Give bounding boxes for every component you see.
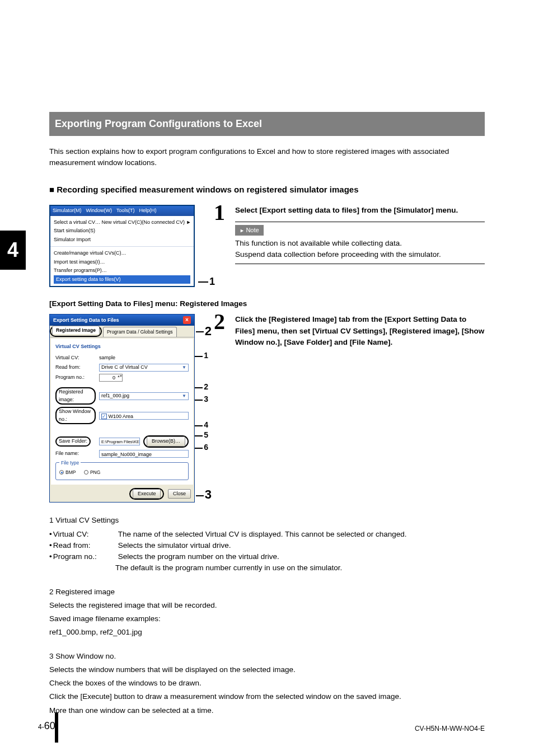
menu-start-simulation[interactable]: Start simulation(S) [54,227,190,236]
close-button[interactable]: Close [168,489,191,499]
input-show-window-no[interactable]: ✓ W100 Area [99,412,189,420]
step1-instruction: Select [Export setting data to files] fr… [235,205,485,216]
step1-note-1: This function is not available while col… [235,238,485,249]
chevron-down-icon: ▼ [182,364,186,371]
doc-id: CV-H5N-M-WW-NO4-E [415,724,485,734]
lbl-registered-image: Registered image: [55,387,96,405]
callout-2: 2 [204,382,208,391]
lbl-program-no: Program no.: [55,374,96,382]
input-save-folder[interactable]: E:\Program Files\KEYENCE Applications\CV… [99,438,140,445]
exp-3c: Click the [Execute] button to draw a mea… [49,691,485,702]
chapter-tab: 4 [0,231,26,270]
menu-import-test-images[interactable]: Import test images(I)… [54,258,190,267]
callout-6: 6 [204,443,208,452]
lbl-file-name: File name: [55,450,96,458]
input-file-name[interactable]: sample_No000_image [99,450,189,458]
callout-1: 1 [204,351,208,360]
select-read-from[interactable]: Drive C of Virtual CV▼ [99,364,189,372]
exp-1b-text: Selects the simulator virtual drive. [118,540,231,551]
menu-window[interactable]: Window(W) [86,207,113,215]
close-icon[interactable]: × [183,316,191,324]
exp-1a-text: The name of the selected Virtual CV is d… [118,529,407,540]
step1-callout: 1 [209,276,215,287]
menu-select-virtual-cv[interactable]: Select a virtual CV… New virtual CV(C)(N… [54,218,190,227]
step1-number: 1 [205,203,225,223]
val-virtual-cv: sample [99,354,189,362]
radio-png[interactable]: PNG [84,469,100,476]
exp-2-head: 2 Registered image [49,586,485,598]
callout-4: 4 [204,420,208,429]
exp-2b: Saved image filename examples: [49,613,485,624]
exp-3-head: 3 Show Window no. [49,651,485,662]
input-program-no[interactable]: 0 [99,374,123,382]
subsection-heading: Recording specified measurement windows … [49,184,485,196]
exp-3b: Check the boxes of the windows to be dra… [49,678,485,689]
menu-export-setting-data[interactable]: Export setting data to files(V) [54,275,190,284]
check-icon[interactable]: ✓ [101,414,107,419]
exp-1-head: 1 Virtual CV Settings [49,515,485,526]
step1-note-2: Suspend data collection before proceedin… [235,249,485,260]
exp-1b-label: Read from: [53,540,118,551]
tab-program-data[interactable]: Program Data / Global Settings [103,327,177,337]
note-badge: Note [235,225,264,236]
filetype-legend: File type [59,460,81,466]
menu-transfer-programs[interactable]: Transfer programs(P)… [54,266,190,275]
section-title: Exporting Program Configurations to Exce… [49,112,485,136]
browse-button[interactable]: Browse(B)… [147,436,185,447]
callout-5: 5 [204,430,208,439]
lbl-read-from: Read from: [55,364,96,372]
exp-2c: ref1_000.bmp, ref2_001.jpg [49,627,485,638]
exp-1a-label: Virtual CV: [53,529,118,540]
step2-figure: Export Setting Data to Files × Registere… [49,314,195,503]
step1-figure: Simulator(M) Window(W) Tools(T) Help(H) … [49,205,195,287]
select-registered-image[interactable]: ref1_000.jpg▼ [99,392,189,400]
exp-3a: Selects the window numbers that will be … [49,664,485,675]
menu-simulator-import[interactable]: Simulator Import [54,236,190,245]
callout-3-big: 3 [205,487,212,501]
exp-1c-extra: The default is the program number curren… [49,562,485,574]
menu-simulator[interactable]: Simulator(M) [53,207,82,215]
lbl-save-folder: Save Folder: [55,436,91,447]
exp-1c-label: Program no.: [53,551,118,562]
menu-tools[interactable]: Tools(T) [116,207,135,215]
section-intro: This section explains how to export prog… [49,146,485,169]
step2-instruction: Click the [Registered Image] tab from th… [235,314,485,348]
exp-2a: Selects the registered image that will b… [49,600,485,611]
menu-help[interactable]: Help(H) [139,207,157,215]
callout-2-big: 2 [205,324,212,338]
lbl-show-window-no: Show Window no.: [55,407,96,424]
lbl-virtual-cv: Virtual CV: [55,354,96,362]
menu-create-manage[interactable]: Create/manage virtual CVs(C)… [54,249,190,258]
exp-3d: More than one window can be selected at … [49,705,485,716]
page-footer: 4-60 CV-H5N-M-WW-NO4-E [38,719,485,734]
tab-registered-image[interactable]: Registered Image [52,326,100,334]
chevron-down-icon: ▼ [182,393,186,400]
exp-1c-text: Selects the program number on the virtua… [118,551,279,562]
callout-3: 3 [204,395,208,403]
dialog-title: Export Setting Data to Files [53,317,119,325]
group-virtual-cv-settings: Virtual CV Settings [55,343,189,351]
dialog-heading: [Export Setting Data to Files] menu: Reg… [49,298,485,309]
radio-bmp[interactable]: BMP [59,469,76,476]
execute-button[interactable]: Execute [133,489,161,499]
